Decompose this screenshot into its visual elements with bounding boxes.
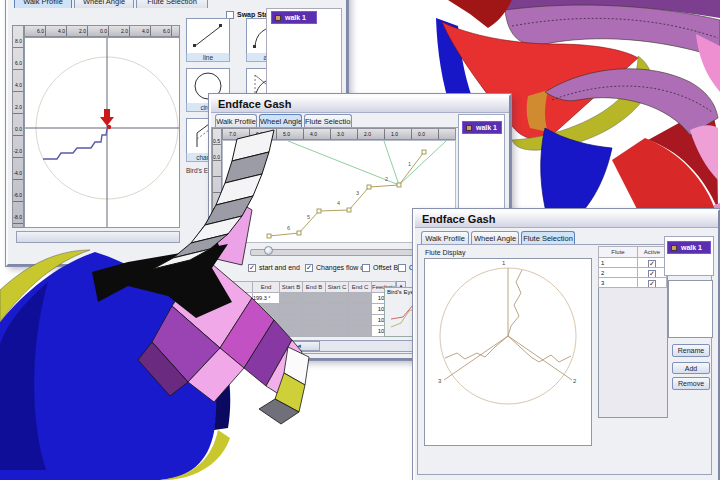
tab-flute-selection[interactable]: Flute Selection (521, 231, 575, 245)
flute-active-checkbox[interactable]: ✓ (648, 280, 656, 288)
flute-active-checkbox[interactable]: ✓ (648, 270, 656, 278)
window-flute-selection[interactable]: Endface Gash Walk Profile Wheel Angle Fl… (413, 209, 720, 480)
flute-row[interactable]: 2 (599, 268, 638, 278)
flute-label: 3 (438, 378, 441, 384)
walk-listbox[interactable] (668, 280, 713, 338)
flute-display-circle (425, 259, 591, 445)
rename-button[interactable]: Rename (672, 344, 710, 357)
title-bar[interactable]: Endface Gash (415, 211, 718, 228)
walk-list[interactable]: walk 1 (664, 236, 714, 276)
flute-row[interactable]: 1 (599, 258, 638, 268)
add-button[interactable]: Add (672, 362, 710, 374)
tab-wheel-angle[interactable]: Wheel Angle (471, 231, 519, 245)
app-canvas: Walk Profile Wheel Angle Flute Selection… (0, 0, 720, 480)
flute-label: 2 (573, 378, 576, 384)
flute-table[interactable]: Flute Active 1 ✓ 2 ✓ 3 ✓ (598, 246, 667, 288)
flute-label: 1 (502, 260, 505, 266)
walk-list-item[interactable]: walk 1 (667, 241, 711, 254)
tab-walk-profile[interactable]: Walk Profile (421, 231, 469, 245)
flute-active-checkbox[interactable]: ✓ (648, 260, 656, 268)
walk-item-icon (671, 245, 677, 251)
flute-display-group-label: Flute Display (425, 249, 465, 257)
flute-row[interactable]: 3 (599, 278, 638, 288)
remove-button[interactable]: Remove (672, 377, 710, 390)
flute-display-box: 1 2 3 (424, 258, 592, 446)
